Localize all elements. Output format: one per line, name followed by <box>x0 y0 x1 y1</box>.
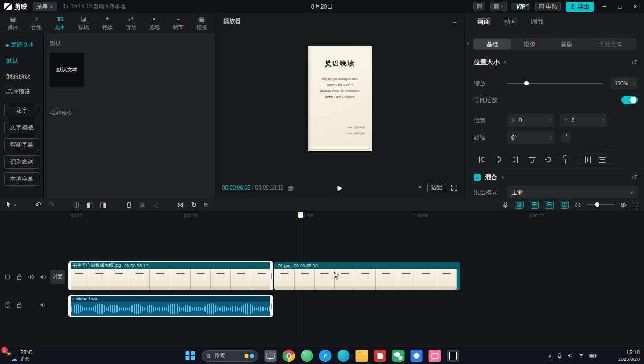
vip-badge[interactable]: VIP <box>511 3 531 10</box>
collapse-caret-icon[interactable]: ∧ <box>503 60 507 65</box>
nav-item-my-presets[interactable]: 我的预设 <box>0 69 43 84</box>
playhead[interactable] <box>298 212 303 339</box>
blend-checkbox[interactable]: ✓ <box>474 174 481 181</box>
audio-clip[interactable]: ♪ where I wa... <box>69 296 273 316</box>
position-x-field[interactable]: X 0 ▲▼ <box>507 114 554 127</box>
nav-item-default[interactable]: 默认 <box>0 53 43 69</box>
taskbar-app-file-explorer[interactable] <box>356 350 368 362</box>
audio-track-clock-icon[interactable] <box>4 302 11 308</box>
mute-track-icon[interactable] <box>40 274 46 280</box>
linkage-toggle[interactable]: ⊟ <box>545 201 554 209</box>
fit-timeline-icon[interactable] <box>632 201 639 208</box>
taskbar-app-system[interactable] <box>265 350 277 362</box>
scale-slider[interactable] <box>507 83 603 84</box>
tray-wifi-icon[interactable] <box>578 353 584 359</box>
taskbar-weather-widget[interactable]: 1 ☀ ☁ 28°C 多云 <box>4 349 32 362</box>
collapse-caret-icon[interactable]: ∧ <box>501 175 504 180</box>
nav-item-lyrics-recognition[interactable]: 识别歌词 <box>4 155 39 169</box>
reset-icon[interactable]: ↺ <box>632 173 638 181</box>
align-bottom-icon[interactable] <box>560 155 570 164</box>
clip-trim-handle-right[interactable] <box>270 296 273 316</box>
position-y-field[interactable]: Y 0 ▲▼ <box>560 114 607 127</box>
nav-item-auto-captions[interactable]: 智能字幕 <box>4 138 39 151</box>
stepper[interactable]: ▲▼ <box>550 135 552 140</box>
play-button[interactable]: ▶ <box>338 184 343 192</box>
align-center-horizontal-icon[interactable] <box>494 155 503 164</box>
taskbar-search[interactable]: 搜索 <box>202 350 259 362</box>
menu-button[interactable]: 菜单 ∨ <box>33 2 57 11</box>
taskbar-app-ie[interactable]: e <box>319 350 332 362</box>
rotate-value-field[interactable]: 0° ▲▼ <box>507 131 554 144</box>
preview-axis-toggle[interactable]: ◫ <box>560 201 569 209</box>
subtab-mask[interactable]: 蒙版 <box>548 39 585 49</box>
rotate-dial[interactable] <box>561 132 572 143</box>
select-tool-button[interactable]: ∨ <box>5 201 17 208</box>
nav-item-fancy-text[interactable]: 花字 <box>4 104 39 117</box>
blend-mode-dropdown[interactable]: 正常 ∨ <box>507 186 638 199</box>
start-button[interactable] <box>185 351 196 361</box>
scale-value-box[interactable]: 100% ▲▼ <box>611 77 638 89</box>
export-button[interactable]: ↥导出 <box>566 2 594 12</box>
timeline-zoom-slider[interactable] <box>587 204 614 205</box>
tab-template[interactable]: ▦模板 <box>190 16 214 31</box>
tab-effects[interactable]: ✦特效 <box>96 16 119 31</box>
subtab-beauty[interactable]: 美颜美体 <box>586 39 635 49</box>
reset-icon[interactable]: ↺ <box>632 59 638 67</box>
lock-track-icon[interactable] <box>16 274 23 280</box>
subtab-cutout[interactable]: 抠像 <box>511 39 548 49</box>
tab-video[interactable]: 画面 <box>477 17 490 28</box>
focus-icon[interactable]: ⌖ <box>418 184 422 191</box>
taskbar-clock[interactable]: 15:18 2023/8/20 <box>618 350 640 362</box>
minimize-button[interactable]: ─ <box>599 3 610 10</box>
tray-battery-icon[interactable] <box>589 353 597 359</box>
player-menu-icon[interactable]: ≡ <box>452 17 457 25</box>
nav-item-text-templates[interactable]: 文字模板 <box>4 121 39 134</box>
split-button[interactable]: ◫ <box>73 201 79 208</box>
taskbar-app-chrome[interactable] <box>283 350 295 362</box>
clip-trim-handle-right[interactable] <box>270 262 273 290</box>
fit-button[interactable]: 适配 <box>427 183 445 192</box>
tab-media[interactable]: ▤媒体 <box>1 16 25 31</box>
tab-audio[interactable]: ♪音频 <box>25 16 48 31</box>
clip-trim-handle-left[interactable] <box>69 262 71 290</box>
distribute-horizontal-icon[interactable] <box>583 155 592 164</box>
workspace-layout-button[interactable]: ▦∨ <box>490 2 507 11</box>
lock-track-icon[interactable] <box>16 302 23 308</box>
freeze-frame-button[interactable]: ▣ <box>140 201 146 208</box>
magnetic-snap-toggle[interactable]: ▥ <box>515 201 524 209</box>
cover-button[interactable]: 封面 <box>50 270 65 284</box>
tab-adjust[interactable]: ◒调节 <box>166 16 190 31</box>
delete-button[interactable] <box>126 201 133 208</box>
step-down-icon[interactable]: ▼ <box>602 120 604 123</box>
taskbar-app-green-browser[interactable] <box>301 350 313 362</box>
tab-sticker[interactable]: ◪贴纸 <box>72 16 96 31</box>
taskbar-app-media[interactable] <box>429 350 441 362</box>
redo-button[interactable]: ↷ <box>48 201 54 208</box>
playhead-handle[interactable] <box>298 212 303 218</box>
align-top-icon[interactable] <box>527 155 537 164</box>
maximize-button[interactable]: □ <box>614 3 625 10</box>
mute-track-icon[interactable] <box>40 302 46 308</box>
tab-animation[interactable]: 动画 <box>504 17 517 28</box>
step-down-icon[interactable]: ▼ <box>633 83 635 86</box>
hide-track-icon[interactable] <box>28 274 34 280</box>
zoom-out-icon[interactable]: ⊖ <box>575 201 581 208</box>
taskbar-app-pdf[interactable] <box>374 350 386 362</box>
timeline[interactable]: 00:00 00:03 00:06 00:09 00:12 封面 书单号自制模板… <box>0 212 644 346</box>
align-center-vertical-icon[interactable] <box>544 155 553 164</box>
stepper[interactable]: ▲▼ <box>633 81 635 86</box>
align-right-icon[interactable] <box>510 155 520 164</box>
timeline-ruler[interactable]: 00:00 00:03 00:06 00:09 00:12 <box>0 212 644 220</box>
zoom-in-icon[interactable]: ⊕ <box>620 201 626 208</box>
tab-transition[interactable]: ⇄转场 <box>119 16 143 31</box>
close-button[interactable]: ✕ <box>630 3 641 10</box>
nav-item-brand-presets[interactable]: 品牌预设 <box>0 84 43 100</box>
zoom-slider-knob[interactable] <box>595 202 599 207</box>
scale-slider-knob[interactable] <box>524 81 529 85</box>
new-text-button[interactable]: +新建文本 <box>0 39 43 53</box>
taskbar-app-capcut-active[interactable] <box>447 350 459 362</box>
taskbar-app-edge[interactable] <box>338 350 350 362</box>
tab-adjustment[interactable]: 调节 <box>531 17 544 28</box>
frame-grid-icon[interactable]: ▦ <box>288 184 293 191</box>
panel-layout-button[interactable]: ▤ <box>473 2 485 11</box>
